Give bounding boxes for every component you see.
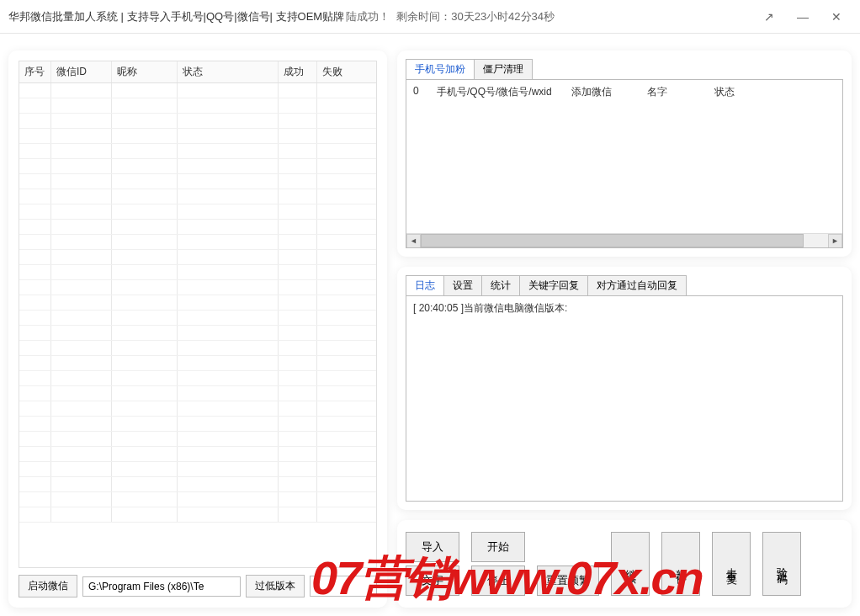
log-tabs: 日志 设置 统计 关键字回复 对方通过自动回复 — [406, 275, 843, 295]
table-row[interactable] — [19, 144, 376, 159]
table-row[interactable] — [19, 265, 376, 280]
scroll-track[interactable] — [421, 234, 828, 247]
low-version-button[interactable]: 过低版本 — [246, 575, 305, 597]
import-button[interactable]: 导入 — [406, 532, 459, 562]
rcol-id: 手机号/QQ号/微信号/wxid — [432, 83, 566, 101]
table-row[interactable] — [19, 492, 376, 507]
table-row[interactable] — [19, 462, 376, 477]
table-row[interactable] — [19, 83, 376, 98]
extra-input[interactable] — [310, 576, 377, 597]
tab-log[interactable]: 日志 — [406, 275, 444, 295]
table-row[interactable] — [19, 114, 376, 129]
minimize-icon[interactable]: — — [794, 8, 811, 25]
table-row[interactable] — [19, 129, 376, 144]
table-row[interactable] — [19, 311, 376, 326]
scroll-left-icon[interactable]: ◄ — [406, 234, 421, 248]
targets-panel: 手机号加粉 僵尸清理 0 手机号/QQ号/微信号/wxid 添加微信 名字 状态… — [397, 50, 852, 257]
rcol-status: 状态 — [709, 83, 841, 101]
table-row[interactable] — [19, 432, 376, 447]
col-seq: 序号 — [19, 61, 51, 82]
table-row[interactable] — [19, 447, 376, 462]
controls-panel: 导入 文字 开始 停止 重置频繁 继续 暂停 去重复 验证码 — [397, 520, 852, 608]
tab-stats[interactable]: 统计 — [481, 275, 520, 295]
scroll-right-icon[interactable]: ► — [828, 234, 842, 248]
table-row[interactable] — [19, 507, 376, 523]
accounts-table-header: 序号 微信ID 昵称 状态 成功 失败 — [19, 61, 376, 83]
table-row[interactable] — [19, 341, 376, 356]
wechat-path-input[interactable] — [82, 576, 241, 597]
accounts-table[interactable]: 序号 微信ID 昵称 状态 成功 失败 — [19, 61, 377, 568]
table-row[interactable] — [19, 401, 376, 417]
tab-settings[interactable]: 设置 — [443, 275, 482, 295]
rcol-name: 名字 — [642, 83, 709, 101]
tab-keyword-reply[interactable]: 关键字回复 — [519, 275, 588, 295]
continue-button[interactable]: 继续 — [611, 532, 650, 596]
log-line: [ 20:40:05 ]当前微信电脑微信版本: — [413, 301, 836, 316]
table-row[interactable] — [19, 174, 376, 189]
table-row[interactable] — [19, 220, 376, 235]
targets-table-header: 0 手机号/QQ号/微信号/wxid 添加微信 名字 状态 — [406, 80, 842, 104]
pause-button[interactable]: 暂停 — [661, 532, 700, 596]
rcol-index: 0 — [408, 83, 432, 101]
log-area[interactable]: [ 20:40:05 ]当前微信电脑微信版本: — [406, 295, 843, 502]
table-row[interactable] — [19, 189, 376, 204]
rcol-add: 添加微信 — [566, 83, 642, 101]
table-row[interactable] — [19, 295, 376, 311]
table-row[interactable] — [19, 386, 376, 401]
login-status: 陆成功！ — [346, 9, 390, 24]
scroll-thumb[interactable] — [421, 234, 804, 247]
titlebar: 华邦微信批量加人系统 | 支持导入手机号|QQ号|微信号| 支持OEM贴牌 陆成… — [0, 0, 860, 34]
window-controls: ↗ — ✕ — [761, 8, 852, 25]
tab-auto-reply[interactable]: 对方通过自动回复 — [587, 275, 687, 295]
col-status: 状态 — [178, 61, 279, 82]
tab-zombie-clean[interactable]: 僵尸清理 — [474, 59, 533, 79]
targets-tabs: 手机号加粉 僵尸清理 — [406, 59, 843, 79]
text-button[interactable]: 文字 — [406, 566, 459, 596]
table-row[interactable] — [19, 326, 376, 341]
table-row[interactable] — [19, 417, 376, 432]
table-row[interactable] — [19, 235, 376, 250]
remaining-time: 剩余时间：30天23小时42分34秒 — [396, 9, 555, 24]
close-icon[interactable]: ✕ — [828, 8, 845, 25]
table-row[interactable] — [19, 250, 376, 265]
verify-button[interactable]: 验证码 — [762, 532, 801, 596]
table-row[interactable] — [19, 159, 376, 174]
targets-tab-panel: 0 手机号/QQ号/微信号/wxid 添加微信 名字 状态 ◄ ► — [406, 79, 843, 248]
table-row[interactable] — [19, 356, 376, 371]
col-nick: 昵称 — [112, 61, 178, 82]
accounts-panel: 序号 微信ID 昵称 状态 成功 失败 — [8, 50, 387, 608]
start-wechat-button[interactable]: 启动微信 — [19, 575, 77, 597]
col-fail: 失败 — [317, 61, 376, 82]
table-row[interactable] — [19, 371, 376, 386]
targets-table-body[interactable] — [406, 104, 842, 233]
table-row[interactable] — [19, 204, 376, 220]
table-row[interactable] — [19, 477, 376, 492]
dedup-button[interactable]: 去重复 — [712, 532, 751, 596]
log-panel: 日志 设置 统计 关键字回复 对方通过自动回复 [ 20:40:05 ]当前微信… — [397, 267, 852, 510]
app-title: 华邦微信批量加人系统 | 支持导入手机号|QQ号|微信号| 支持OEM贴牌 — [8, 9, 344, 24]
expand-icon[interactable]: ↗ — [761, 8, 778, 25]
accounts-table-body — [19, 83, 376, 568]
horizontal-scrollbar[interactable]: ◄ ► — [406, 233, 842, 247]
reset-freq-button[interactable]: 重置频繁 — [537, 566, 599, 596]
tab-phone-add[interactable]: 手机号加粉 — [406, 59, 475, 79]
col-succ: 成功 — [279, 61, 317, 82]
table-row[interactable] — [19, 98, 376, 114]
start-button[interactable]: 开始 — [471, 532, 525, 562]
table-row[interactable] — [19, 280, 376, 295]
stop-button[interactable]: 停止 — [471, 566, 525, 596]
col-wxid: 微信ID — [51, 61, 112, 82]
